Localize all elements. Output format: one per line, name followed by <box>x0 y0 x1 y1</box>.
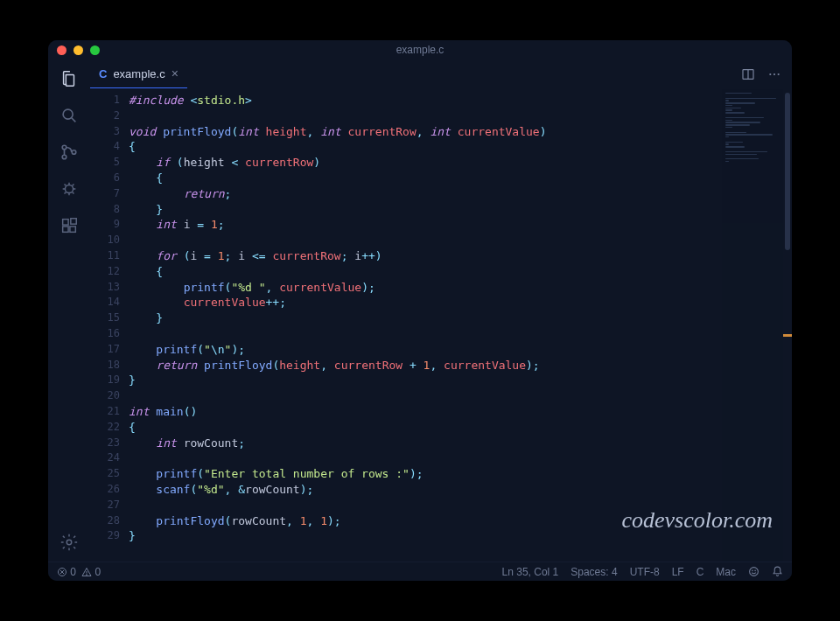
search-icon[interactable] <box>59 105 80 126</box>
status-bell-icon[interactable] <box>772 566 783 577</box>
close-window-button[interactable] <box>57 45 66 55</box>
status-cursor[interactable]: Ln 35, Col 1 <box>502 566 559 578</box>
tab-label: example.c <box>113 67 164 80</box>
split-editor-icon[interactable] <box>741 67 755 81</box>
tab-example-c[interactable]: C example.c × <box>90 59 187 88</box>
svg-point-3 <box>62 155 66 159</box>
activity-bar <box>48 59 90 562</box>
scrollbar-thumb[interactable] <box>785 93 790 250</box>
editor-area: C example.c × 12345678910111213141516171… <box>90 59 792 562</box>
files-icon[interactable] <box>59 68 80 89</box>
line-gutter: 1234567891011121314151617181920212223242… <box>90 89 129 562</box>
svg-point-21 <box>750 568 759 576</box>
svg-point-20 <box>87 574 88 575</box>
svg-point-0 <box>63 109 73 119</box>
window-controls <box>57 45 100 55</box>
more-actions-icon[interactable] <box>767 67 781 81</box>
svg-point-2 <box>62 145 66 150</box>
svg-point-23 <box>755 570 756 571</box>
status-lang[interactable]: C <box>696 566 704 578</box>
svg-line-1 <box>72 118 76 122</box>
debug-icon[interactable] <box>59 178 80 199</box>
svg-point-5 <box>65 185 73 192</box>
tab-lang-badge: C <box>99 67 107 80</box>
status-eol[interactable]: LF <box>672 566 684 578</box>
svg-point-15 <box>778 73 780 74</box>
svg-point-4 <box>72 150 76 155</box>
editor-body: C example.c × 12345678910111213141516171… <box>48 59 792 562</box>
zoom-window-button[interactable] <box>90 45 100 55</box>
minimize-window-button[interactable] <box>74 45 83 55</box>
editor-window: example.c <box>48 40 792 581</box>
status-warnings[interactable]: 0 <box>81 566 101 578</box>
svg-rect-7 <box>63 227 68 232</box>
svg-point-10 <box>66 540 72 545</box>
code-editor[interactable]: 1234567891011121314151617181920212223242… <box>90 89 792 562</box>
extensions-icon[interactable] <box>59 215 80 236</box>
window-title: example.c <box>48 44 792 56</box>
svg-rect-8 <box>70 227 75 232</box>
statusbar: 0 0 Ln 35, Col 1 Spaces: 4 UTF-8 LF C Ma… <box>48 562 792 581</box>
svg-rect-6 <box>63 220 68 225</box>
tab-close-icon[interactable]: × <box>172 66 178 80</box>
minimap[interactable] <box>722 89 783 562</box>
svg-point-13 <box>769 73 771 74</box>
status-errors[interactable]: 0 <box>57 566 76 578</box>
svg-point-22 <box>752 570 753 571</box>
scrollbar[interactable] <box>783 89 792 562</box>
tabbar: C example.c × <box>90 59 792 89</box>
source-control-icon[interactable] <box>59 142 80 163</box>
status-spaces[interactable]: Spaces: 4 <box>570 566 617 578</box>
svg-point-14 <box>774 73 775 74</box>
titlebar: example.c <box>48 40 792 59</box>
scrollbar-mark <box>783 334 792 337</box>
svg-rect-9 <box>71 219 76 224</box>
status-feedback-icon[interactable] <box>748 566 760 577</box>
settings-gear-icon[interactable] <box>59 532 80 553</box>
code-content[interactable]: #include <stdio.h> void printFloyd(int h… <box>129 89 722 562</box>
status-encoding[interactable]: UTF-8 <box>630 566 660 578</box>
status-os[interactable]: Mac <box>716 566 736 578</box>
